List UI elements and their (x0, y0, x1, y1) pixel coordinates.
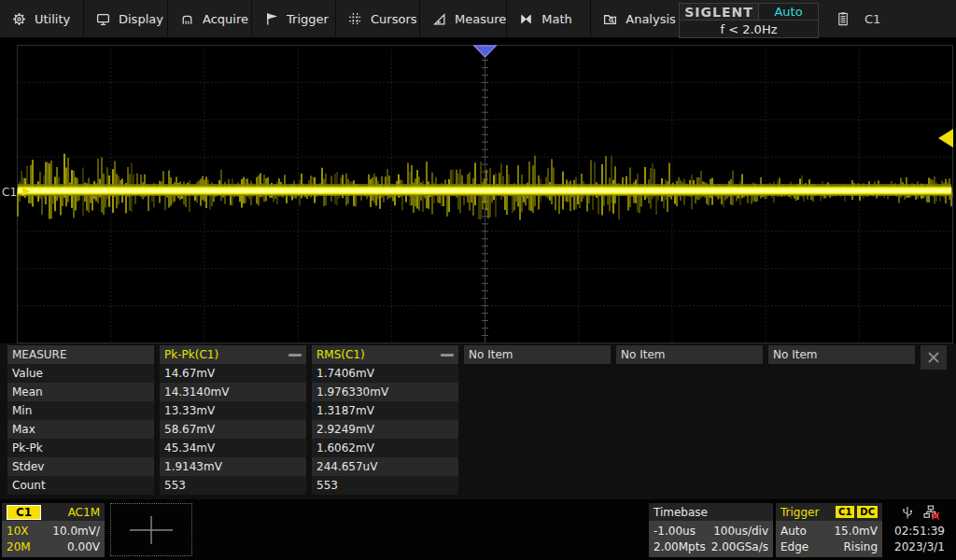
menu-math[interactable]: Math (507, 0, 591, 37)
menu-label: Display (119, 12, 163, 26)
trigger-position-marker[interactable] (474, 46, 496, 57)
gear-icon (12, 12, 26, 26)
trigger-descriptor[interactable]: Trigger C1 DC Auto15.0mV EdgeRising (776, 503, 882, 557)
stat-value: 14.3140mV (160, 383, 306, 401)
probe-attenuation: 10X (7, 525, 29, 538)
measure-column-empty-2[interactable]: No Item (616, 345, 763, 364)
table-row: Value 14.67mV 1.7406mV (7, 364, 921, 383)
monitor-icon (96, 12, 110, 26)
stat-value: 1.976330mV (312, 383, 458, 401)
trigger-mode: Auto (780, 525, 807, 538)
flag-icon (264, 12, 278, 26)
trigger-coupling-badge: DC (857, 506, 878, 518)
stat-value: 14.67mV (160, 364, 306, 383)
menu-display[interactable]: Display (84, 0, 168, 37)
trigger-delay: -1.00us (654, 525, 696, 538)
bottom-status-bar: C1 AC1M 10X10.0mV/ 20M0.00V Timebase -1.… (0, 499, 956, 560)
svg-text:C1: C1 (2, 186, 17, 199)
remove-measurement-icon[interactable] (441, 354, 454, 357)
menu-label: Trigger (287, 12, 329, 26)
siglent-logo: SIGLENT (679, 3, 759, 21)
table-row: Mean 14.3140mV 1.976330mV (7, 383, 921, 401)
waveform-display[interactable]: C1 (0, 41, 956, 343)
measure-column-pkpk[interactable]: Pk-Pk(C1) (160, 345, 306, 364)
menu-utility[interactable]: Utility (0, 0, 84, 37)
stat-label: Value (7, 364, 154, 383)
math-bowtie-icon (519, 12, 533, 26)
stat-value: 2.9249mV (312, 420, 458, 439)
stat-value: 1.7406mV (312, 364, 458, 383)
channel-1-descriptor[interactable]: C1 AC1M 10X10.0mV/ 20M0.00V (2, 503, 105, 557)
folder-search-icon (603, 12, 617, 26)
menu-label: Math (541, 12, 572, 26)
menu-label: Cursors (371, 12, 417, 26)
measure-panel: MEASURE Pk-Pk(C1) RMS(C1) No Item No Ite… (0, 343, 956, 499)
stat-label: Pk-Pk (7, 439, 154, 457)
measure-column-empty-3[interactable]: No Item (768, 345, 915, 364)
memory-depth: 2.00Mpts (654, 540, 706, 553)
trigger-type: Edge (780, 540, 808, 553)
table-row: Max 58.67mV 2.9249mV (7, 420, 921, 439)
stat-value: 13.33mV (160, 401, 306, 420)
close-icon (926, 350, 941, 365)
menu-label: Measure (455, 12, 506, 26)
clock-block: 02:51:39 2023/3/1 (883, 501, 956, 559)
timebase-descriptor[interactable]: Timebase -1.00us100us/div 2.00Mpts2.00GS… (649, 503, 773, 557)
add-channel-button[interactable] (110, 503, 192, 556)
usb-icon (900, 505, 915, 521)
frequency-counter: f < 2.0Hz (679, 21, 819, 38)
stat-label: Count (7, 476, 154, 495)
menu-label: Analysis (626, 12, 676, 26)
trigger-source-badge: C1 (836, 506, 854, 518)
stat-label: Max (7, 420, 154, 439)
measure-column-rms[interactable]: RMS(C1) (312, 345, 458, 364)
trigger-slope: Rising (844, 540, 878, 553)
brand-status-block: SIGLENT Auto f < 2.0Hz (679, 3, 819, 36)
sample-rate: 2.00GSa/s (711, 540, 768, 553)
remove-measurement-icon[interactable] (288, 354, 302, 357)
close-measure-panel-button[interactable] (921, 345, 947, 370)
trigger-title: Trigger (780, 506, 819, 519)
stat-value: 58.67mV (160, 420, 306, 439)
channel-badge: C1 (7, 505, 41, 520)
stat-value: 553 (160, 476, 306, 495)
set-square-icon (432, 12, 446, 26)
stat-value: 1.6062mV (312, 439, 458, 457)
active-channel-label: C1 (865, 12, 880, 26)
measure-header-row: MEASURE Pk-Pk(C1) RMS(C1) No Item No Ite… (7, 345, 921, 364)
table-row: Min 13.33mV 1.3187mV (7, 401, 921, 420)
acquire-icon (180, 12, 194, 26)
stat-label: Mean (7, 383, 154, 401)
stat-label: Min (7, 401, 154, 420)
measure-column-empty-1[interactable]: No Item (464, 345, 611, 364)
channel-coupling: AC1M (68, 506, 100, 519)
active-channel-menu[interactable]: C1 (827, 0, 956, 37)
trigger-level: 15.0mV (834, 525, 878, 538)
menu-label: Acquire (203, 12, 248, 26)
menu-acquire[interactable]: Acquire (168, 0, 252, 37)
timebase-title: Timebase (654, 506, 708, 519)
table-row: Pk-Pk 45.34mV 1.6062mV (7, 439, 921, 457)
stat-label: Stdev (7, 457, 154, 476)
system-date: 2023/3/1 (883, 540, 956, 553)
bandwidth-limit: 20M (7, 540, 31, 553)
system-time: 02:51:39 (883, 525, 956, 538)
plus-icon (128, 512, 175, 548)
lan-disconnected-icon (923, 505, 940, 521)
stat-value: 1.9143mV (160, 457, 306, 476)
table-row: Stdev 1.9143mV 244.657uV (7, 457, 921, 476)
clipboard-icon (836, 10, 851, 28)
stat-value: 553 (312, 476, 458, 495)
channel-offset: 0.00V (67, 540, 100, 553)
menu-trigger[interactable]: Trigger (252, 0, 336, 37)
menu-cursors[interactable]: Cursors (336, 0, 420, 37)
cursors-grid-icon (348, 12, 362, 26)
menu-analysis[interactable]: Analysis (591, 0, 676, 37)
stat-value: 45.34mV (160, 439, 306, 457)
stat-value: 1.3187mV (312, 401, 458, 420)
trigger-level-marker[interactable] (938, 129, 953, 147)
time-per-div: 100us/div (713, 525, 768, 538)
menu-label: Utility (35, 12, 70, 26)
table-row: Count 553 553 (7, 476, 921, 495)
menu-measure[interactable]: Measure (420, 0, 507, 37)
